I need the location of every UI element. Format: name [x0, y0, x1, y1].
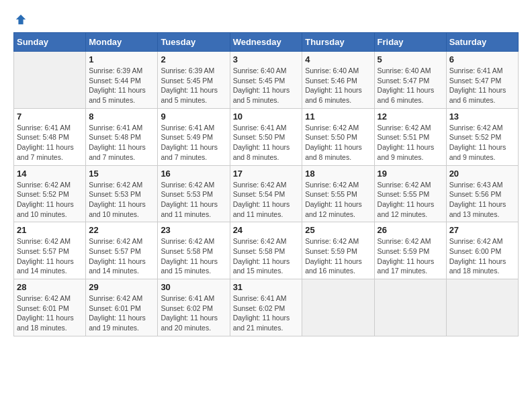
- calendar-cell: 6Sunrise: 6:41 AMSunset: 5:47 PMDaylight…: [446, 52, 518, 109]
- day-info: Sunrise: 6:41 AMSunset: 5:49 PMDaylight:…: [161, 123, 226, 163]
- calendar-cell: 8Sunrise: 6:41 AMSunset: 5:48 PMDaylight…: [86, 108, 158, 165]
- day-info: Sunrise: 6:42 AMSunset: 5:55 PMDaylight:…: [378, 180, 443, 220]
- calendar-week-row: 7Sunrise: 6:41 AMSunset: 5:48 PMDaylight…: [14, 108, 519, 165]
- calendar-week-row: 28Sunrise: 6:42 AMSunset: 6:01 PMDayligh…: [14, 279, 519, 336]
- calendar-cell: 19Sunrise: 6:42 AMSunset: 5:55 PMDayligh…: [374, 165, 446, 222]
- day-number: 4: [305, 54, 371, 64]
- calendar-cell: 31Sunrise: 6:41 AMSunset: 6:02 PMDayligh…: [230, 279, 302, 336]
- calendar-cell: 29Sunrise: 6:42 AMSunset: 6:01 PMDayligh…: [86, 279, 158, 336]
- logo: [13, 13, 27, 26]
- calendar-cell: 13Sunrise: 6:42 AMSunset: 5:52 PMDayligh…: [446, 108, 518, 165]
- day-number: 26: [378, 225, 443, 235]
- day-number: 23: [161, 225, 226, 235]
- day-info: Sunrise: 6:42 AMSunset: 6:01 PMDaylight:…: [89, 293, 154, 333]
- calendar-cell: 17Sunrise: 6:42 AMSunset: 5:54 PMDayligh…: [230, 165, 302, 222]
- calendar-cell: 1Sunrise: 6:39 AMSunset: 5:44 PMDaylight…: [86, 52, 158, 109]
- day-number: 16: [161, 169, 226, 179]
- calendar-cell: 25Sunrise: 6:42 AMSunset: 5:59 PMDayligh…: [302, 222, 374, 279]
- calendar-cell: [14, 52, 86, 109]
- day-info: Sunrise: 6:42 AMSunset: 5:59 PMDaylight:…: [378, 236, 443, 276]
- calendar-cell: 18Sunrise: 6:42 AMSunset: 5:55 PMDayligh…: [302, 165, 374, 222]
- calendar-table: SundayMondayTuesdayWednesdayThursdayFrid…: [13, 32, 519, 336]
- calendar-body: 1Sunrise: 6:39 AMSunset: 5:44 PMDaylight…: [14, 52, 519, 336]
- day-info: Sunrise: 6:41 AMSunset: 5:48 PMDaylight:…: [89, 123, 154, 163]
- day-number: 8: [89, 111, 154, 122]
- calendar-cell: 10Sunrise: 6:41 AMSunset: 5:50 PMDayligh…: [230, 108, 302, 165]
- calendar-week-row: 1Sunrise: 6:39 AMSunset: 5:44 PMDaylight…: [14, 52, 519, 109]
- calendar-cell: 20Sunrise: 6:43 AMSunset: 5:56 PMDayligh…: [446, 165, 518, 222]
- day-info: Sunrise: 6:41 AMSunset: 5:50 PMDaylight:…: [233, 123, 300, 163]
- calendar-cell: 12Sunrise: 6:42 AMSunset: 5:51 PMDayligh…: [374, 108, 446, 165]
- calendar-cell: 21Sunrise: 6:42 AMSunset: 5:57 PMDayligh…: [14, 222, 86, 279]
- day-number: 6: [449, 54, 515, 64]
- day-number: 21: [17, 225, 83, 235]
- calendar-header-row: SundayMondayTuesdayWednesdayThursdayFrid…: [14, 33, 519, 52]
- day-header-friday: Friday: [374, 33, 446, 52]
- day-number: 12: [378, 111, 443, 122]
- calendar-cell: 4Sunrise: 6:40 AMSunset: 5:46 PMDaylight…: [302, 52, 374, 109]
- day-number: 19: [378, 169, 443, 179]
- day-header-tuesday: Tuesday: [158, 33, 230, 52]
- calendar-cell: 5Sunrise: 6:40 AMSunset: 5:47 PMDaylight…: [374, 52, 446, 109]
- calendar-cell: 30Sunrise: 6:41 AMSunset: 6:02 PMDayligh…: [158, 279, 230, 336]
- page-header: [13, 13, 519, 26]
- day-number: 11: [305, 111, 371, 122]
- day-info: Sunrise: 6:42 AMSunset: 6:00 PMDaylight:…: [449, 236, 515, 276]
- day-number: 7: [17, 111, 83, 122]
- day-info: Sunrise: 6:42 AMSunset: 5:57 PMDaylight:…: [89, 236, 154, 276]
- day-number: 10: [233, 111, 300, 122]
- calendar-cell: 9Sunrise: 6:41 AMSunset: 5:49 PMDaylight…: [158, 108, 230, 165]
- calendar-cell: 15Sunrise: 6:42 AMSunset: 5:53 PMDayligh…: [86, 165, 158, 222]
- calendar-cell: 27Sunrise: 6:42 AMSunset: 6:00 PMDayligh…: [446, 222, 518, 279]
- calendar-cell: 23Sunrise: 6:42 AMSunset: 5:58 PMDayligh…: [158, 222, 230, 279]
- calendar-cell: 16Sunrise: 6:42 AMSunset: 5:53 PMDayligh…: [158, 165, 230, 222]
- calendar-cell: [302, 279, 374, 336]
- calendar-cell: 14Sunrise: 6:42 AMSunset: 5:52 PMDayligh…: [14, 165, 86, 222]
- day-number: 24: [233, 225, 300, 235]
- day-info: Sunrise: 6:42 AMSunset: 5:58 PMDaylight:…: [233, 236, 300, 276]
- day-info: Sunrise: 6:40 AMSunset: 5:46 PMDaylight:…: [305, 66, 371, 105]
- day-number: 2: [161, 54, 226, 64]
- day-number: 3: [233, 54, 300, 64]
- logo-icon: [15, 13, 27, 26]
- calendar-cell: 2Sunrise: 6:39 AMSunset: 5:45 PMDaylight…: [158, 52, 230, 109]
- day-info: Sunrise: 6:43 AMSunset: 5:56 PMDaylight:…: [449, 180, 515, 220]
- calendar-cell: [446, 279, 518, 336]
- calendar-cell: [374, 279, 446, 336]
- calendar-week-row: 14Sunrise: 6:42 AMSunset: 5:52 PMDayligh…: [14, 165, 519, 222]
- day-info: Sunrise: 6:42 AMSunset: 5:55 PMDaylight:…: [305, 180, 371, 220]
- day-info: Sunrise: 6:42 AMSunset: 5:54 PMDaylight:…: [233, 180, 300, 220]
- day-header-monday: Monday: [86, 33, 158, 52]
- day-info: Sunrise: 6:41 AMSunset: 5:48 PMDaylight:…: [17, 123, 83, 163]
- day-number: 27: [449, 225, 515, 235]
- day-info: Sunrise: 6:42 AMSunset: 5:53 PMDaylight:…: [89, 180, 154, 220]
- day-number: 28: [17, 282, 83, 292]
- day-number: 30: [161, 282, 226, 292]
- calendar-week-row: 21Sunrise: 6:42 AMSunset: 5:57 PMDayligh…: [14, 222, 519, 279]
- day-number: 29: [89, 282, 154, 292]
- day-number: 22: [89, 225, 154, 235]
- day-number: 14: [17, 169, 83, 179]
- day-header-wednesday: Wednesday: [230, 33, 302, 52]
- day-number: 15: [89, 169, 154, 179]
- day-info: Sunrise: 6:40 AMSunset: 5:45 PMDaylight:…: [233, 66, 300, 105]
- day-info: Sunrise: 6:42 AMSunset: 6:01 PMDaylight:…: [17, 293, 83, 333]
- day-header-thursday: Thursday: [302, 33, 374, 52]
- calendar-cell: 26Sunrise: 6:42 AMSunset: 5:59 PMDayligh…: [374, 222, 446, 279]
- day-info: Sunrise: 6:41 AMSunset: 6:02 PMDaylight:…: [233, 293, 300, 333]
- day-number: 31: [233, 282, 300, 292]
- day-number: 20: [449, 169, 515, 179]
- calendar-cell: 3Sunrise: 6:40 AMSunset: 5:45 PMDaylight…: [230, 52, 302, 109]
- day-info: Sunrise: 6:42 AMSunset: 5:58 PMDaylight:…: [161, 236, 226, 276]
- svg-marker-0: [16, 15, 26, 24]
- day-number: 25: [305, 225, 371, 235]
- day-header-sunday: Sunday: [14, 33, 86, 52]
- day-info: Sunrise: 6:42 AMSunset: 5:52 PMDaylight:…: [449, 123, 515, 163]
- day-number: 1: [89, 54, 154, 64]
- day-number: 17: [233, 169, 300, 179]
- day-info: Sunrise: 6:42 AMSunset: 5:50 PMDaylight:…: [305, 123, 371, 163]
- day-info: Sunrise: 6:41 AMSunset: 5:47 PMDaylight:…: [449, 66, 515, 105]
- day-info: Sunrise: 6:39 AMSunset: 5:44 PMDaylight:…: [89, 66, 154, 105]
- day-number: 13: [449, 111, 515, 122]
- calendar-cell: 22Sunrise: 6:42 AMSunset: 5:57 PMDayligh…: [86, 222, 158, 279]
